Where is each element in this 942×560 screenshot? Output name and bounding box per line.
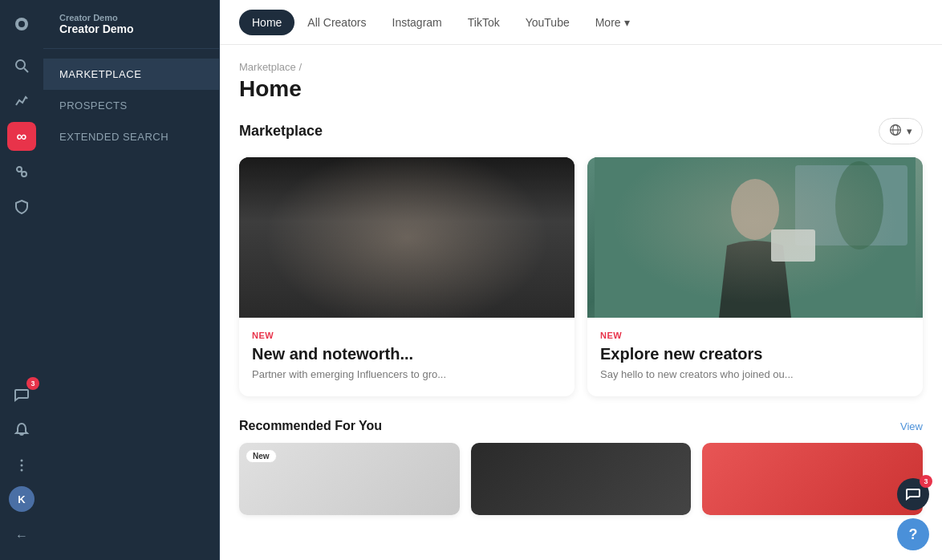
card-2-body: NEW Explore new creators Say hello to ne… xyxy=(587,318,923,396)
card-1-body: NEW New and noteworth... Partner with em… xyxy=(239,318,575,396)
svg-point-4 xyxy=(17,167,22,172)
chevron-down-icon: ▾ xyxy=(624,16,630,29)
card-1[interactable]: NEW New and noteworth... Partner with em… xyxy=(239,157,575,396)
svg-line-6 xyxy=(22,172,22,172)
svg-point-2 xyxy=(16,60,25,69)
float-chat-button[interactable]: 3 xyxy=(897,478,929,510)
tab-instagram[interactable]: Instagram xyxy=(380,10,455,35)
search-icon[interactable] xyxy=(7,51,36,80)
rec-card-3-image xyxy=(702,443,923,515)
sidebar-brand-subtitle: Creator Demo xyxy=(59,22,203,35)
float-chat-badge: 3 xyxy=(920,475,932,488)
card-1-image xyxy=(239,157,575,318)
svg-rect-20 xyxy=(771,229,815,262)
sidebar-item-prospects[interactable]: PROSPECTS xyxy=(43,90,219,121)
svg-rect-16 xyxy=(246,157,567,318)
infinity-icon[interactable]: ∞ xyxy=(7,122,36,151)
float-help-button[interactable]: ? xyxy=(897,518,929,550)
breadcrumb: Marketplace / xyxy=(239,61,923,73)
card-1-tag: NEW xyxy=(252,331,562,340)
sidebar-item-marketplace[interactable]: MARKETPLACE xyxy=(43,59,219,90)
svg-rect-17 xyxy=(595,157,916,318)
globe-icon xyxy=(889,124,902,139)
top-nav: Home All Creators Instagram TikTok YouTu… xyxy=(220,0,942,45)
svg-point-21 xyxy=(835,161,883,250)
cards-grid: NEW New and noteworth... Partner with em… xyxy=(239,157,923,396)
svg-rect-14 xyxy=(246,157,407,318)
card-1-title: New and noteworth... xyxy=(252,345,562,363)
recommended-title: Recommended For You xyxy=(239,419,382,433)
integrations-icon[interactable] xyxy=(7,157,36,186)
card-2-title: Explore new creators xyxy=(600,345,910,363)
card-1-desc: Partner with emerging Influencers to gro… xyxy=(252,368,562,380)
svg-point-15 xyxy=(379,169,435,241)
chat-badge: 3 xyxy=(26,377,39,390)
shield-icon[interactable] xyxy=(7,193,36,221)
svg-point-7 xyxy=(21,460,23,462)
svg-point-9 xyxy=(21,469,23,472)
help-label: ? xyxy=(909,526,918,543)
svg-rect-18 xyxy=(795,165,907,246)
sidebar-item-extended-search[interactable]: EXTENDED SEARCH xyxy=(43,121,219,152)
nav-tabs: Home All Creators Instagram TikTok YouTu… xyxy=(239,10,643,35)
sidebar-brand-label: Creator Demo xyxy=(59,13,203,22)
rec-card-1[interactable]: New xyxy=(239,443,460,515)
marketplace-section-header: Marketplace ▾ xyxy=(239,118,923,144)
logo-icon xyxy=(7,10,36,39)
tab-all-creators[interactable]: All Creators xyxy=(294,10,379,35)
sidebar-nav: MARKETPLACE PROSPECTS EXTENDED SEARCH xyxy=(43,49,219,162)
more-dots-icon[interactable] xyxy=(7,451,36,480)
recommended-section-header: Recommended For You View xyxy=(239,419,923,433)
svg-line-3 xyxy=(24,68,28,72)
view-link[interactable]: View xyxy=(900,420,923,432)
card-2-desc: Say hello to new creators who joined ou.… xyxy=(600,368,910,380)
rec-card-1-image: New xyxy=(239,443,460,515)
chevron-down-icon: ▾ xyxy=(907,125,912,137)
card-2-image xyxy=(587,157,923,318)
svg-rect-22 xyxy=(595,157,916,318)
main-content: Home All Creators Instagram TikTok YouTu… xyxy=(220,0,942,560)
svg-point-5 xyxy=(22,172,26,177)
icon-rail: ∞ 3 K ← xyxy=(0,0,43,560)
tab-more[interactable]: More ▾ xyxy=(583,10,643,35)
marketplace-title: Marketplace xyxy=(239,123,323,140)
rec-cards-grid: New xyxy=(239,443,923,515)
card-2[interactable]: NEW Explore new creators Say hello to ne… xyxy=(587,157,923,396)
page-area: Marketplace / Home Marketplace ▾ xyxy=(220,45,942,560)
rec-card-2[interactable] xyxy=(471,443,692,515)
card-2-tag: NEW xyxy=(600,331,910,340)
tab-youtube[interactable]: YouTube xyxy=(513,10,583,35)
globe-button[interactable]: ▾ xyxy=(879,118,923,144)
rec-card-2-image xyxy=(471,443,692,515)
svg-point-1 xyxy=(18,21,25,27)
collapse-icon[interactable]: ← xyxy=(7,521,36,550)
chat-icon[interactable]: 3 xyxy=(7,380,36,409)
svg-point-19 xyxy=(731,179,779,240)
tab-tiktok[interactable]: TikTok xyxy=(455,10,513,35)
rec-new-badge-1: New xyxy=(246,449,277,463)
analytics-icon[interactable] xyxy=(7,87,36,116)
page-title: Home xyxy=(239,76,923,102)
svg-point-8 xyxy=(21,465,23,467)
avatar[interactable]: K xyxy=(9,486,35,512)
bell-icon[interactable] xyxy=(7,416,36,444)
rec-card-3[interactable] xyxy=(702,443,923,515)
tab-home[interactable]: Home xyxy=(239,10,294,35)
sidebar: Creator Demo Creator Demo MARKETPLACE PR… xyxy=(43,0,220,560)
sidebar-brand: Creator Demo Creator Demo xyxy=(43,0,219,49)
svg-rect-13 xyxy=(246,157,567,318)
logo-area xyxy=(7,10,36,39)
